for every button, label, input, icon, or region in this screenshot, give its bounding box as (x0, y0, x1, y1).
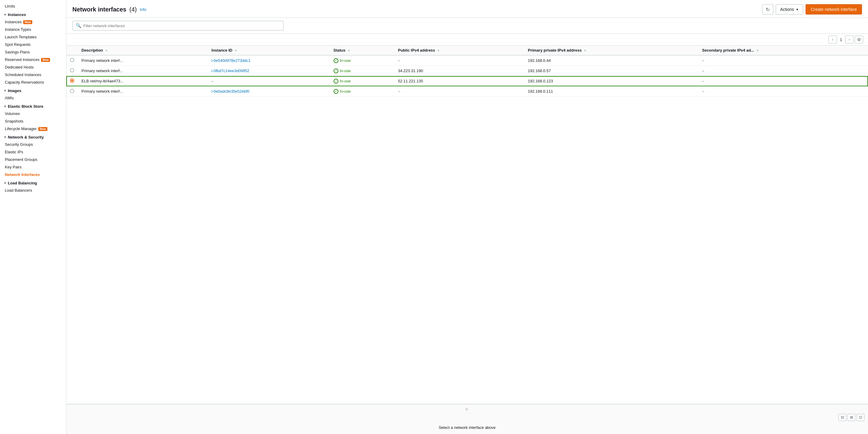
sidebar-item-key-pairs[interactable]: Key Pairs (0, 163, 66, 171)
sidebar-item-instance-types[interactable]: Instance Types (0, 26, 66, 33)
description-cell: ELB net/my-lb/4ae473... (78, 76, 208, 86)
sidebar-item-label: Load Balancers (5, 188, 32, 193)
table-row[interactable]: Primary network interf...i-0e540d978e273… (66, 55, 868, 66)
sidebar-item-amis[interactable]: AMIs (0, 94, 66, 102)
expand-icon: ⊡ (859, 415, 862, 419)
instance-id-cell[interactable]: i-0fbd7c14ee3d09952 (208, 66, 330, 76)
refresh-button[interactable]: ↻ (763, 4, 773, 15)
pagination-row: ‹ 1 › ⚙ (66, 34, 868, 46)
search-input[interactable] (83, 24, 280, 28)
sidebar-section-load-balancing-header[interactable]: ▼ Load Balancing (0, 178, 66, 186)
next-page-button[interactable]: › (845, 36, 854, 44)
radio-button[interactable] (70, 68, 74, 73)
col-primary-private-ipv4[interactable]: Primary private IPv4 address ▼ (524, 46, 699, 55)
sidebar-section-label: Images (8, 88, 22, 93)
sidebar-item-capacity-reservations[interactable]: Capacity Reservations (0, 79, 66, 86)
search-wrapper: 🔍 (72, 21, 283, 30)
status-inuse-icon: ✓ (334, 79, 338, 84)
sidebar-item-placement-groups[interactable]: Placement Groups (0, 156, 66, 163)
sidebar-item-launch-templates[interactable]: Launch Templates (0, 33, 66, 41)
arrow-icon: ▼ (4, 13, 7, 16)
sidebar-section-images-header[interactable]: ▼ Images (0, 86, 66, 94)
sidebar-section-network-security-header[interactable]: ▼ Network & Security (0, 133, 66, 141)
chevron-down-icon: ▼ (796, 8, 799, 11)
status-inuse-icon: ✓ (334, 89, 338, 94)
sidebar-section-label: Instances (8, 12, 26, 17)
chevron-left-icon: ‹ (832, 37, 833, 42)
sidebar-item-volumes[interactable]: Volumes (0, 110, 66, 117)
row-select-cell[interactable] (66, 76, 78, 86)
sidebar-item-label: Capacity Reservations (5, 80, 44, 85)
description-cell: Primary network interf... (78, 66, 208, 76)
sidebar-item-network-interfaces[interactable]: Network Interfaces (0, 171, 66, 178)
panel-split-vertical-button[interactable]: ⊞ (847, 414, 855, 421)
instance-id-cell[interactable]: i-0e0adc8e35e52ebf0 (208, 86, 330, 96)
sidebar-item-label: Launch Templates (5, 35, 36, 39)
radio-button[interactable] (70, 79, 74, 83)
secondary-private-ipv4-cell: – (699, 86, 868, 96)
primary-private-ipv4-cell: 192.168.0.111 (524, 86, 699, 96)
table-row[interactable]: Primary network interf...i-0e0adc8e35e52… (66, 86, 868, 96)
sort-secondary-ipv4-icon: ▼ (756, 49, 759, 52)
sidebar-item-elastic-ips[interactable]: Elastic IPs (0, 148, 66, 156)
sidebar-item-label: Placement Groups (5, 157, 37, 162)
table-row[interactable]: Primary network interf...i-0fbd7c14ee3d0… (66, 66, 868, 76)
chevron-right-icon: › (849, 37, 850, 42)
drag-handle: ≡ (66, 406, 868, 412)
status-inuse-icon: ✓ (334, 58, 338, 63)
col-status[interactable]: Status ▼ (330, 46, 395, 55)
row-select-cell[interactable] (66, 55, 78, 66)
badge-new: New (38, 127, 48, 131)
panel-split-horizontal-button[interactable]: ⊟ (838, 414, 846, 421)
sidebar-item-security-groups[interactable]: Security Groups (0, 141, 66, 148)
info-link[interactable]: Info (140, 7, 146, 12)
sidebar-item-instances[interactable]: InstancesNew (0, 18, 66, 26)
sidebar-item-scheduled-instances[interactable]: Scheduled Instances (0, 71, 66, 79)
sidebar-item-label: Security Groups (5, 142, 33, 147)
row-select-cell[interactable] (66, 66, 78, 76)
radio-button[interactable] (70, 89, 74, 93)
table-body: Primary network interf...i-0e540d978e273… (66, 55, 868, 96)
col-description[interactable]: Description ▼ (78, 46, 208, 55)
arrow-icon: ▼ (4, 181, 7, 185)
network-interfaces-table: Description ▼ Instance ID ▼ Status ▼ Pub… (66, 46, 868, 96)
sidebar-item-label: Spot Requests (5, 42, 30, 47)
sort-status-icon: ▼ (347, 49, 350, 52)
row-select-cell[interactable] (66, 86, 78, 96)
status-label: In-use (340, 68, 351, 73)
sort-instance-id-icon: ▼ (234, 49, 237, 52)
arrow-icon: ▼ (4, 89, 7, 92)
table-area: Description ▼ Instance ID ▼ Status ▼ Pub… (66, 46, 868, 404)
sidebar-item-snapshots[interactable]: Snapshots (0, 117, 66, 125)
sidebar-item-savings-plans[interactable]: Savings Plans (0, 48, 66, 56)
detail-panel-header: ⊟ ⊞ ⊡ (66, 412, 868, 422)
sidebar-item-lifecycle-manager[interactable]: Lifecycle ManagerNew (0, 125, 66, 133)
sidebar-item-dedicated-hosts[interactable]: Dedicated Hosts (0, 63, 66, 71)
topbar-left: Network interfaces (4) Info (72, 6, 146, 13)
sidebar-item-spot-requests[interactable]: Spot Requests (0, 41, 66, 48)
public-ipv4-cell: 34.223.31.190 (395, 66, 525, 76)
col-public-ipv4[interactable]: Public IPv4 address ▼ (395, 46, 525, 55)
table-settings-button[interactable]: ⚙ (855, 36, 863, 44)
arrow-icon: ▼ (4, 105, 7, 108)
status-label: In-use (340, 58, 351, 63)
prev-page-button[interactable]: ‹ (829, 36, 837, 44)
sidebar-item-reserved-instances[interactable]: Reserved InstancesNew (0, 56, 66, 63)
sidebar-section-instances-header[interactable]: ▼ Instances (0, 10, 66, 18)
table-row[interactable]: ELB net/my-lb/4ae473...–✓In-use52.11.221… (66, 76, 868, 86)
actions-button[interactable]: Actions ▼ (776, 4, 803, 15)
page-title: Network interfaces (72, 6, 126, 13)
public-ipv4-cell: – (395, 55, 525, 66)
create-network-interface-button[interactable]: Create network interface (806, 4, 862, 15)
sidebar-item-limits[interactable]: Limits (0, 2, 66, 10)
instance-id-cell[interactable]: i-0e540d978e273ddc1 (208, 55, 330, 66)
instance-id-cell: – (208, 76, 330, 86)
refresh-icon: ↻ (766, 7, 770, 12)
sidebar-item-label: AMIs (5, 96, 14, 100)
panel-expand-button[interactable]: ⊡ (857, 414, 864, 421)
radio-button[interactable] (70, 58, 74, 62)
sidebar-section-ebs-header[interactable]: ▼ Elastic Block Store (0, 102, 66, 110)
col-secondary-private-ipv4[interactable]: Secondary private IPv4 ad... ▼ (699, 46, 868, 55)
col-instance-id[interactable]: Instance ID ▼ (208, 46, 330, 55)
sidebar-item-load-balancers[interactable]: Load Balancers (0, 186, 66, 194)
